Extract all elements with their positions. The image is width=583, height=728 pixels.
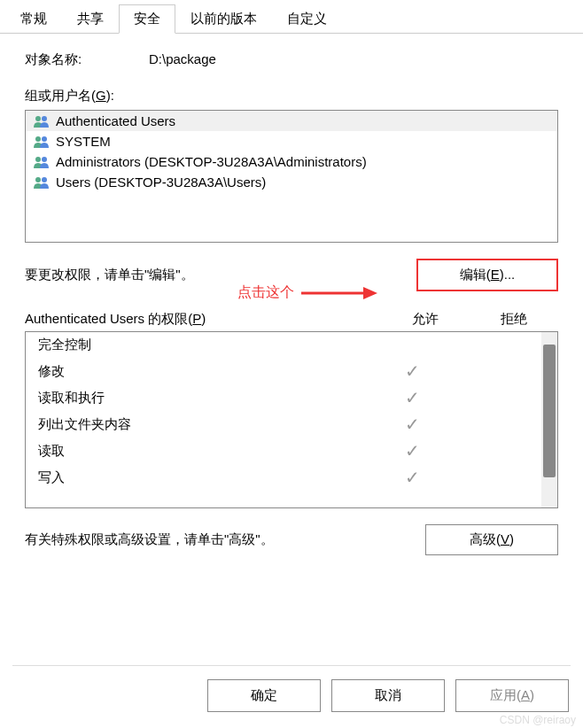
arrow-icon: [299, 284, 379, 302]
scrollbar[interactable]: [541, 332, 557, 507]
allow-cell: ✓: [368, 362, 456, 380]
check-icon: ✓: [405, 441, 420, 461]
list-item[interactable]: Administrators (DESKTOP-3U28A3A\Administ…: [26, 151, 557, 172]
list-item[interactable]: Authenticated Users: [26, 111, 557, 131]
tab-general[interactable]: 常规: [5, 4, 62, 34]
dialog-footer: 确定 取消 应用(A): [207, 679, 569, 712]
permissions-label: Authenticated Users 的权限(P): [25, 311, 381, 328]
svg-point-5: [42, 157, 47, 162]
tab-security[interactable]: 安全: [119, 4, 175, 34]
tab-sharing[interactable]: 共享: [62, 4, 119, 34]
list-item[interactable]: SYSTEM: [26, 131, 557, 151]
permission-row: 写入 ✓: [26, 464, 557, 491]
allow-cell: ✓: [368, 442, 456, 460]
permission-name: 修改: [38, 363, 368, 380]
annotation-text: 点击这个: [237, 283, 294, 302]
apply-button[interactable]: 应用(A): [455, 679, 569, 712]
check-icon: ✓: [405, 361, 420, 381]
svg-point-3: [42, 136, 47, 142]
allow-cell: ✓: [368, 469, 456, 486]
groups-listbox[interactable]: Authenticated Users SYSTEM Administrator…: [25, 110, 558, 243]
advanced-button[interactable]: 高级(V): [425, 524, 558, 555]
list-item-label: SYSTEM: [56, 134, 111, 149]
watermark: CSDN @reiraoy: [500, 714, 576, 726]
check-icon: ✓: [405, 388, 420, 407]
allow-column-header: 允许: [381, 311, 470, 328]
tab-previous-versions[interactable]: 以前的版本: [175, 4, 272, 34]
permission-row: 修改 ✓: [26, 358, 557, 384]
scrollbar-thumb[interactable]: [543, 345, 556, 477]
permissions-listbox: 完全控制 修改 ✓ 读取和执行 ✓ 列出文件夹内容 ✓ 读取 ✓: [25, 331, 558, 508]
check-icon: ✓: [405, 414, 420, 434]
permission-name: 完全控制: [38, 337, 368, 353]
permission-name: 读取: [38, 443, 368, 460]
permission-row: 完全控制: [26, 332, 557, 358]
list-item-label: Authenticated Users: [56, 113, 175, 128]
permission-name: 列出文件夹内容: [38, 416, 368, 433]
svg-point-1: [42, 116, 47, 121]
svg-marker-9: [363, 287, 377, 299]
allow-cell: ✓: [368, 415, 456, 433]
users-icon: [33, 175, 51, 190]
users-icon: [33, 135, 51, 149]
object-name-label: 对象名称:: [25, 51, 149, 68]
svg-point-0: [35, 116, 41, 121]
ok-button[interactable]: 确定: [207, 679, 321, 712]
svg-point-4: [35, 157, 41, 162]
svg-point-7: [42, 177, 47, 182]
users-icon: [33, 155, 51, 169]
permission-row: 列出文件夹内容 ✓: [26, 411, 557, 438]
list-item[interactable]: Users (DESKTOP-3U28A3A\Users): [26, 172, 557, 192]
annotation: 点击这个: [237, 283, 379, 302]
deny-column-header: 拒绝: [470, 311, 558, 328]
svg-point-2: [35, 136, 41, 142]
edit-hint-text: 要更改权限，请单击"编辑"。: [25, 267, 194, 283]
cancel-button[interactable]: 取消: [331, 679, 445, 712]
list-item-label: Administrators (DESKTOP-3U28A3A\Administ…: [56, 154, 367, 169]
permission-row: 读取 ✓: [26, 438, 557, 464]
divider: [12, 665, 571, 666]
users-icon: [33, 114, 51, 128]
advanced-hint-text: 有关特殊权限或高级设置，请单击"高级"。: [25, 531, 274, 548]
permission-name: 读取和执行: [38, 390, 368, 407]
tab-bar: 常规 共享 安全 以前的版本 自定义: [0, 4, 583, 34]
groups-label: 组或用户名(G):: [25, 88, 558, 105]
svg-point-6: [35, 177, 41, 182]
object-name-value: D:\package: [149, 51, 216, 68]
check-icon: ✓: [405, 468, 420, 487]
list-item-label: Users (DESKTOP-3U28A3A\Users): [56, 174, 266, 190]
edit-button[interactable]: 编辑(E)...: [416, 259, 558, 291]
permission-row: 读取和执行 ✓: [26, 384, 557, 411]
allow-cell: ✓: [368, 389, 456, 407]
tab-customize[interactable]: 自定义: [272, 4, 342, 34]
permission-name: 写入: [38, 469, 368, 486]
